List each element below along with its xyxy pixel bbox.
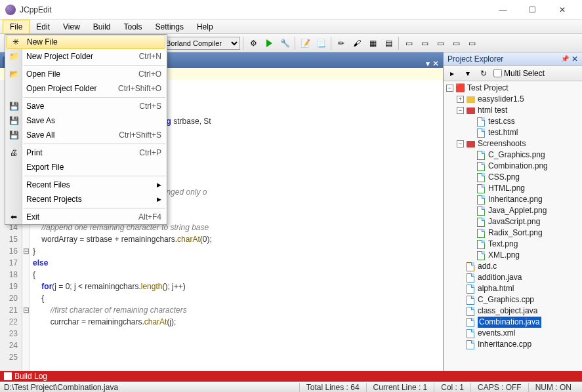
menu-open-project-folder[interactable]: Open Project FolderCtrl+Shift+O [5, 81, 167, 96]
tab-close-icon[interactable]: ✕ [432, 59, 439, 68]
tree-item[interactable]: add.c [444, 261, 582, 272]
status-num: NUM : ON [528, 383, 578, 392]
tb-brush-icon[interactable]: 🖌 [350, 36, 364, 50]
tb-debug-icon[interactable]: 🔧 [278, 36, 292, 50]
menu-new-project-folder[interactable]: 📁 New Project FolderCtrl+N [5, 49, 167, 64]
tree-item[interactable]: −html test [444, 105, 582, 116]
build-log-label: Build Log [14, 372, 47, 381]
menu-export-file[interactable]: Export File [5, 160, 167, 174]
tree-item[interactable]: addition.java [444, 272, 582, 283]
tab-controls: ▾ ✕ [426, 59, 443, 68]
tree-item[interactable]: Text.png [444, 239, 582, 250]
file-icon [476, 184, 486, 193]
file-icon [476, 151, 486, 160]
tree-item[interactable]: alpha.html [444, 283, 582, 294]
tree-item[interactable]: Combination.png [444, 161, 582, 172]
build-log-icon [4, 372, 12, 380]
menu-exit[interactable]: ⬅ ExitAlt+F4 [5, 210, 167, 224]
tree-item[interactable]: −Screenshoots [444, 138, 582, 149]
tree-item[interactable]: XML.png [444, 250, 582, 261]
file-icon [465, 262, 476, 271]
project-toolbar: ▸ ▾ ↻ Multi Select [444, 66, 582, 81]
tb-pencil-icon[interactable]: ✏ [334, 36, 348, 50]
tree-item[interactable]: C_Graphics.png [444, 149, 582, 161]
tb-win4-icon[interactable]: ▭ [449, 36, 463, 50]
tree-root[interactable]: − 🟥 Test Project [444, 83, 582, 94]
tb-win5-icon[interactable]: ▭ [465, 36, 479, 50]
tb-palette-icon[interactable]: ▦ [365, 36, 380, 50]
multi-select-toggle[interactable]: Multi Select [493, 69, 545, 78]
tree-item[interactable]: test.css [444, 116, 582, 127]
file-icon [465, 318, 476, 327]
pin-icon[interactable]: 📌 [561, 55, 569, 62]
file-icon [476, 162, 486, 171]
tree-item[interactable]: Inheritance.png [444, 194, 582, 205]
menu-recent-projects[interactable]: Recent Projects▶ [5, 192, 167, 206]
tree-item[interactable]: class_object.java [444, 305, 582, 317]
tree-item[interactable]: events.xml [444, 328, 582, 339]
menu-edit[interactable]: Edit [30, 20, 56, 33]
status-path: D:\Test Project\Combination.java [4, 383, 299, 392]
print-icon: 🖨 [9, 147, 19, 158]
project-tree[interactable]: − 🟥 Test Project +easyslider1.5−html tes… [444, 81, 582, 371]
save-icon: 💾 [9, 101, 19, 111]
project-explorer-panel: Project Explorer 📌 ✕ ▸ ▾ ↻ Multi Select … [443, 52, 582, 371]
tree-item[interactable]: Combination.java [444, 317, 582, 328]
menu-new-file[interactable]: ✳ New File [7, 35, 165, 49]
menu-print[interactable]: 🖨 PrintCtrl+P [5, 146, 167, 160]
tree-item[interactable]: C_Graphics.cpp [444, 294, 582, 305]
menu-view[interactable]: View [56, 20, 87, 33]
expand-all-icon[interactable]: ▸ [446, 68, 458, 79]
file-icon [476, 195, 486, 205]
menu-settings[interactable]: Settings [149, 20, 190, 33]
menu-save[interactable]: 💾 SaveCtrl+S [5, 99, 167, 113]
menu-build[interactable]: Build [87, 20, 117, 33]
file-icon [476, 206, 486, 216]
status-current-line: Current Line : 1 [366, 383, 434, 392]
tree-item[interactable]: Radix_Sort.png [444, 227, 582, 239]
menu-open-file[interactable]: 📂 Open FileCtrl+O [5, 67, 167, 81]
panel-close-icon[interactable]: ✕ [572, 54, 578, 64]
collapse-all-icon[interactable]: ▾ [462, 68, 474, 79]
menu-recent-files[interactable]: Recent Files▶ [5, 178, 167, 192]
tree-item[interactable]: HTML.png [444, 183, 582, 194]
tb-grid-icon[interactable]: ▤ [381, 36, 396, 50]
refresh-icon[interactable]: ↻ [478, 68, 489, 79]
maximize-button[interactable]: ☐ [518, 0, 547, 20]
tree-item[interactable]: +easyslider1.5 [444, 94, 582, 105]
tb-sheet-icon[interactable]: 📃 [314, 36, 328, 50]
menu-save-all[interactable]: 💾 Save AllCtrl+Shift+S [5, 128, 167, 142]
tab-dropdown-icon[interactable]: ▾ [426, 59, 430, 68]
tree-item[interactable]: CSS.png [444, 172, 582, 183]
file-icon [465, 284, 476, 294]
file-icon [465, 296, 476, 305]
tb-run-icon[interactable] [262, 36, 276, 50]
new-folder-icon: 📁 [9, 51, 19, 62]
tb-gear-icon[interactable]: ⚙ [246, 36, 260, 50]
save-as-icon: 💾 [9, 115, 19, 126]
project-icon: 🟥 [455, 84, 465, 93]
minimize-button[interactable]: ― [488, 0, 518, 20]
menu-help[interactable]: Help [190, 20, 220, 33]
tree-item[interactable]: Java_Applet.png [444, 205, 582, 216]
multi-select-label: Multi Select [504, 69, 545, 78]
tree-item[interactable]: JavaScript.png [444, 216, 582, 227]
tb-win1-icon[interactable]: ▭ [402, 36, 416, 50]
tb-win2-icon[interactable]: ▭ [417, 36, 432, 50]
compiler-select[interactable]: Borland Compiler [163, 37, 240, 50]
file-menu-dropdown: ✳ New File 📁 New Project FolderCtrl+N 📂 … [5, 34, 167, 225]
build-log-bar[interactable]: Build Log [0, 371, 582, 382]
tb-doc-icon[interactable]: 📝 [298, 36, 312, 50]
file-icon [476, 229, 486, 238]
tree-item[interactable]: test.html [444, 127, 582, 138]
multi-select-checkbox[interactable] [493, 69, 502, 77]
menu-tools[interactable]: Tools [117, 20, 149, 33]
new-file-icon: ✳ [10, 37, 21, 47]
file-icon [476, 218, 486, 227]
tb-win3-icon[interactable]: ▭ [433, 36, 447, 50]
tree-item[interactable]: Inheritance.cpp [444, 339, 582, 350]
close-button[interactable]: ✕ [547, 0, 577, 20]
file-icon [465, 329, 476, 338]
menu-save-as[interactable]: 💾 Save As [5, 113, 167, 128]
menu-file[interactable]: File [3, 20, 30, 33]
